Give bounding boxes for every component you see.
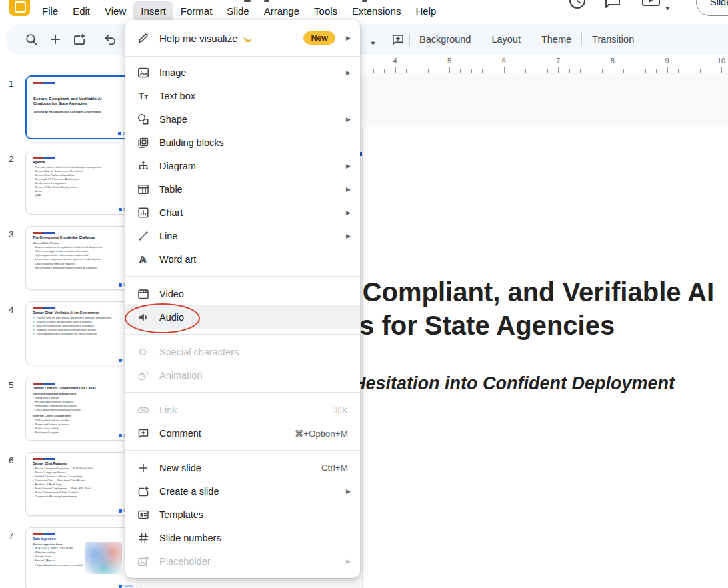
menu-item-label: Shape [159, 114, 187, 125]
menu-item-help-me-visualize[interactable]: Help me visualize New ▶ [125, 24, 360, 52]
ruler-tick [460, 69, 461, 73]
menu-item-new-slide[interactable]: New slideCtrl+M [125, 456, 360, 479]
menu-item-comment[interactable]: Comment⌘+Option+M [125, 421, 360, 445]
search-icon[interactable] [24, 32, 39, 49]
toolbar-button-background[interactable]: Background [409, 30, 481, 49]
menubar-item-extensions[interactable]: Extensions [345, 1, 408, 21]
ruler-tick [645, 69, 646, 73]
version-history-icon[interactable] [567, 0, 587, 14]
thumb-subtitle: Turning AI Hesitation into Confident Dep… [33, 110, 129, 113]
menu-divider [125, 56, 360, 57]
ruler-tick [428, 69, 429, 73]
toolbar-button-theme[interactable]: Theme [531, 30, 581, 49]
thumb-bullet: •Cross-department knowledge sharing [33, 408, 130, 412]
ruler-tick [537, 69, 537, 73]
chrome-remnant [264, 0, 269, 2]
slide-thumbnail-1[interactable]: Secure, Compliant, and Verifiable AI Cha… [25, 75, 137, 139]
svg-text:Ω: Ω [139, 347, 146, 357]
menu-item-table[interactable]: Table▶ [125, 177, 360, 201]
menu-item-shape[interactable]: Shape▶ [125, 107, 360, 131]
ruler-tick [678, 69, 679, 73]
ruler-tick [482, 69, 483, 73]
menu-item-line[interactable]: Line▶ [125, 224, 360, 247]
present-icon[interactable] [641, 0, 661, 12]
slideshow-button[interactable]: Slideshow [696, 0, 728, 16]
menu-item-image[interactable]: Image▶ [125, 61, 360, 84]
submenu-arrow-icon: ▶ [346, 209, 351, 216]
slide-number: 1 [9, 79, 14, 89]
plus-icon [137, 461, 150, 475]
caret-down-icon[interactable] [369, 37, 377, 49]
slide-canvas[interactable] [362, 127, 728, 588]
menu-item-special-characters: ΩSpecial characters [125, 340, 360, 363]
submenu-arrow-icon: ▶ [346, 186, 351, 193]
toolbar-button-transition[interactable]: Transition [582, 30, 644, 49]
templates-icon [137, 508, 150, 521]
ruler-tick [656, 69, 657, 73]
menubar-item-slide[interactable]: Slide [219, 1, 256, 21]
menu-item-slide-numbers[interactable]: Slide numbers [125, 526, 360, 549]
menubar-item-format[interactable]: Format [173, 1, 220, 21]
slide-thumbnail-3[interactable]: The Government Knowledge ChallengeCurren… [25, 226, 137, 290]
menu-item-word-art[interactable]: AAWord art [125, 247, 360, 271]
slide-thumbnail-5[interactable]: Denser Chat for Government Use CasesInte… [25, 377, 137, 441]
menubar-item-file[interactable]: File [35, 1, 65, 21]
menu-item-templates[interactable]: Templates [125, 503, 360, 526]
thumb-accent-line [33, 307, 57, 309]
slide-number: 5 [9, 380, 14, 390]
menu-item-link: Link⌘K [125, 398, 360, 421]
slide-number: 7 [9, 531, 14, 541]
toolbar-button-layout[interactable]: Layout [481, 30, 531, 49]
top-menu-bar: FileEditViewInsertFormatSlideArrangeTool… [0, 0, 728, 21]
menubar-item-help[interactable]: Help [408, 1, 443, 21]
diagram-icon [137, 159, 150, 173]
menu-item-video[interactable]: Video [125, 282, 360, 305]
undo-icon[interactable] [103, 32, 117, 49]
thumb-title: Denser Chat: Verifiable AI for Governmen… [33, 311, 130, 315]
zoom-plus-icon[interactable] [48, 32, 63, 49]
slide-thumbnail-6[interactable]: Denser Chat Features•Secure Document Ing… [25, 452, 137, 516]
ruler-tick [525, 69, 526, 73]
menu-item-diagram[interactable]: Diagram▶ [125, 154, 360, 177]
ruler-tick [547, 69, 548, 73]
toolbar-actions: BackgroundLayoutThemeTransition [409, 24, 644, 55]
menu-item-animation: Animation [125, 363, 360, 387]
menu-item-label: Line [159, 231, 177, 241]
hash-icon [137, 531, 150, 545]
menu-item-create-a-slide[interactable]: Create a slide▶ [125, 479, 360, 503]
slide-thumbnail-7[interactable]: Data IngestionSecure ingestion from:•PDF… [25, 527, 137, 588]
menubar-item-view[interactable]: View [97, 1, 133, 21]
thumb-body: Secure ingestion from:•PDF, DOCX, PPTX, … [33, 541, 130, 574]
menu-divider [125, 276, 360, 277]
menubar-item-arrange[interactable]: Arrange [257, 1, 307, 21]
menu-item-shortcut: ⌘K [333, 405, 348, 415]
menu-item-building-blocks[interactable]: Building blocks [125, 131, 360, 154]
caret-down-icon[interactable] [665, 1, 671, 13]
menu-item-label: Text box [159, 91, 195, 101]
comment-history-icon[interactable] [603, 0, 622, 13]
ruler-tick [363, 69, 363, 73]
menu-item-chart[interactable]: Chart▶ [125, 201, 360, 224]
ruler-tick [406, 69, 407, 73]
menu-divider [125, 450, 360, 451]
new-slide-icon[interactable] [72, 32, 87, 49]
ruler-tick [417, 69, 417, 73]
ruler-tick [711, 69, 711, 73]
slide-thumbnail-2[interactable]: Agenda•The pain point in Government know… [25, 151, 137, 215]
menu-divider [125, 392, 360, 393]
menu-item-label: Chart [159, 207, 183, 218]
menubar-item-edit[interactable]: Edit [65, 1, 97, 21]
ruler-number: 4 [393, 57, 397, 65]
ruler-tick [504, 67, 505, 73]
menubar-item-tools[interactable]: Tools [307, 1, 345, 21]
menu-item-audio[interactable]: Audio [125, 305, 360, 329]
slides-logo-icon[interactable] [9, 0, 30, 16]
slide-thumbnail-4[interactable]: Denser Chat: Verifiable AI for Governmen… [25, 301, 137, 365]
slide-number: 4 [9, 305, 14, 315]
ruler-number: 9 [665, 57, 669, 65]
menubar-item-insert[interactable]: Insert [133, 1, 173, 21]
thumb-bullets: •The pain point in Government knowledge … [33, 165, 130, 198]
menu-item-text-box[interactable]: TTText box [125, 84, 360, 107]
add-comment-icon[interactable] [391, 32, 405, 49]
thumb-section-heading: External Citizen Engagement [33, 414, 130, 417]
